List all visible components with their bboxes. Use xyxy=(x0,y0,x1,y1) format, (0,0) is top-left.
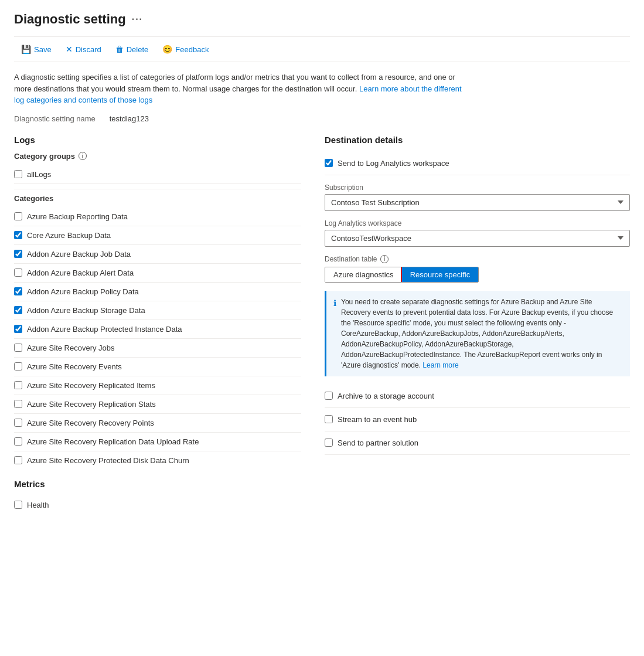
dest-table-label: Destination table i xyxy=(325,255,630,263)
workspace-select[interactable]: ContosoTestWorkspace xyxy=(325,230,630,247)
subscription-select[interactable]: Contoso Test Subscription xyxy=(325,194,630,211)
send-to-la-checkbox[interactable] xyxy=(325,159,333,167)
category-checkbox[interactable] xyxy=(14,437,22,446)
category-checkbox[interactable] xyxy=(14,325,22,333)
category-label[interactable]: Addon Azure Backup Policy Data xyxy=(27,287,139,296)
category-row: Addon Azure Backup Policy Data xyxy=(14,283,301,301)
setting-name-label: Diagnostic setting name xyxy=(14,114,96,123)
category-label[interactable]: Azure Backup Reporting Data xyxy=(27,212,128,221)
page-title: Diagnostic setting ··· xyxy=(14,12,630,27)
workspace-group: Log Analytics workspace ContosoTestWorks… xyxy=(325,219,630,247)
category-row: Core Azure Backup Data xyxy=(14,226,301,245)
feedback-label: Feedback xyxy=(175,45,209,54)
discard-label: Discard xyxy=(76,45,101,54)
categories-label: Categories xyxy=(14,194,301,203)
setting-name-value: testdiag123 xyxy=(110,114,149,123)
category-checkbox[interactable] xyxy=(14,344,22,352)
stream-event-row: Stream to an event hub xyxy=(325,408,630,431)
category-checkbox[interactable] xyxy=(14,306,22,314)
category-checkbox[interactable] xyxy=(14,419,22,427)
categories-list: Azure Backup Reporting DataCore Azure Ba… xyxy=(14,208,301,470)
dest-table-info-icon[interactable]: i xyxy=(380,255,389,263)
delete-icon: 🗑 xyxy=(115,45,124,54)
more-options-icon[interactable]: ··· xyxy=(132,14,143,25)
partner-checkbox[interactable] xyxy=(325,439,333,447)
description-text: A diagnostic setting specifies a list of… xyxy=(14,72,471,106)
category-groups-info-icon[interactable]: i xyxy=(79,152,87,160)
setting-name-row: Diagnostic setting name testdiag123 xyxy=(14,114,630,123)
category-checkbox[interactable] xyxy=(14,268,22,277)
category-label[interactable]: Azure Site Recovery Protected Disk Data … xyxy=(27,456,189,465)
category-row: Azure Site Recovery Replication Data Upl… xyxy=(14,433,301,451)
category-checkbox[interactable] xyxy=(14,381,22,389)
save-label: Save xyxy=(34,45,52,54)
category-label[interactable]: Addon Azure Backup Job Data xyxy=(27,250,131,259)
category-row: Azure Backup Reporting Data xyxy=(14,208,301,226)
azure-diagnostics-tab[interactable]: Azure diagnostics xyxy=(325,267,402,282)
destination-table-tabs: Azure diagnostics Resource specific xyxy=(325,267,479,283)
category-label[interactable]: Core Azure Backup Data xyxy=(27,231,111,240)
category-row: Azure Site Recovery Replicated Items xyxy=(14,376,301,395)
category-row: Addon Azure Backup Protected Instance Da… xyxy=(14,320,301,339)
category-row: Addon Azure Backup Storage Data xyxy=(14,301,301,320)
metrics-section: Metrics Health xyxy=(14,479,301,514)
category-label[interactable]: Azure Site Recovery Events xyxy=(27,362,122,371)
info-box-text: You need to create separate diagnostic s… xyxy=(341,297,623,371)
destination-section: Destination details Send to Log Analytic… xyxy=(325,135,630,514)
category-label[interactable]: Azure Site Recovery Jobs xyxy=(27,344,115,352)
delete-button[interactable]: 🗑 Delete xyxy=(108,42,156,57)
delete-label: Delete xyxy=(127,45,149,54)
all-logs-label[interactable]: allLogs xyxy=(27,170,51,179)
category-groups-label: Category groups i xyxy=(14,152,301,161)
subscription-group: Subscription Contoso Test Subscription xyxy=(325,183,630,211)
category-label[interactable]: Azure Site Recovery Replication Data Upl… xyxy=(27,437,199,446)
discard-button[interactable]: ✕ Discard xyxy=(59,42,108,57)
category-checkbox[interactable] xyxy=(14,362,22,371)
category-checkbox[interactable] xyxy=(14,456,22,464)
category-label[interactable]: Azure Site Recovery Recovery Points xyxy=(27,419,154,427)
category-row: Azure Site Recovery Jobs xyxy=(14,339,301,358)
category-checkbox[interactable] xyxy=(14,400,22,408)
subscription-label: Subscription xyxy=(325,183,630,192)
category-checkbox[interactable] xyxy=(14,287,22,295)
discard-icon: ✕ xyxy=(66,45,73,54)
category-label[interactable]: Addon Azure Backup Protected Instance Da… xyxy=(27,325,182,334)
dest-table-group: Destination table i Azure diagnostics Re… xyxy=(325,255,630,283)
category-checkbox[interactable] xyxy=(14,212,22,220)
info-box-icon: ℹ xyxy=(333,297,336,371)
category-label[interactable]: Azure Site Recovery Replicated Items xyxy=(27,381,155,390)
send-to-la-label[interactable]: Send to Log Analytics workspace xyxy=(338,159,449,168)
save-icon: 💾 xyxy=(21,45,31,54)
resource-specific-tab[interactable]: Resource specific xyxy=(402,267,479,282)
workspace-label: Log Analytics workspace xyxy=(325,219,630,227)
category-label[interactable]: Addon Azure Backup Storage Data xyxy=(27,306,145,315)
category-row: Addon Azure Backup Job Data xyxy=(14,245,301,264)
all-logs-checkbox[interactable] xyxy=(14,170,22,178)
metric-label[interactable]: Health xyxy=(27,501,49,509)
archive-checkbox[interactable] xyxy=(325,392,333,400)
logs-section: Logs Category groups i allLogs Categorie… xyxy=(14,135,301,514)
main-content: Logs Category groups i allLogs Categorie… xyxy=(14,135,630,514)
category-row: Azure Site Recovery Replication Stats xyxy=(14,395,301,414)
metric-checkbox[interactable] xyxy=(14,501,22,509)
send-to-la-row: Send to Log Analytics workspace xyxy=(325,152,630,175)
partner-label[interactable]: Send to partner solution xyxy=(338,439,418,447)
category-checkbox[interactable] xyxy=(14,231,22,239)
category-row: Azure Site Recovery Recovery Points xyxy=(14,414,301,433)
feedback-icon: 😊 xyxy=(162,45,172,54)
save-button[interactable]: 💾 Save xyxy=(14,42,59,57)
archive-row: Archive to a storage account xyxy=(325,385,630,408)
category-row: Addon Azure Backup Alert Data xyxy=(14,264,301,283)
category-checkbox[interactable] xyxy=(14,250,22,258)
archive-label[interactable]: Archive to a storage account xyxy=(338,392,434,400)
all-logs-row: allLogs xyxy=(14,165,301,184)
metric-row: Health xyxy=(14,496,301,514)
category-label[interactable]: Addon Azure Backup Alert Data xyxy=(27,268,134,277)
stream-event-checkbox[interactable] xyxy=(325,415,333,423)
metrics-list: Health xyxy=(14,496,301,514)
learn-more-dest-link[interactable]: Learn more xyxy=(422,361,458,369)
category-label[interactable]: Azure Site Recovery Replication Stats xyxy=(27,400,156,409)
stream-event-label[interactable]: Stream to an event hub xyxy=(338,415,417,424)
feedback-button[interactable]: 😊 Feedback xyxy=(155,42,216,57)
logs-title: Logs xyxy=(14,135,301,145)
